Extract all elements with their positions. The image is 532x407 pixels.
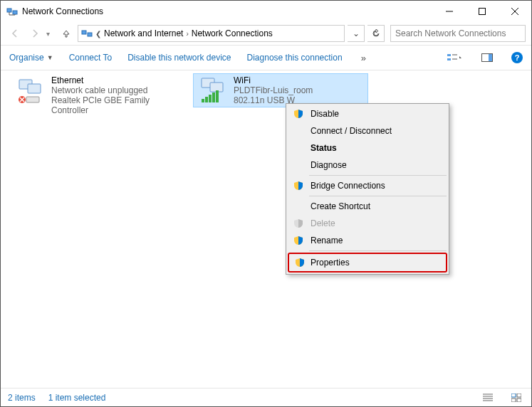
menu-separator (309, 250, 447, 251)
ethernet-icon (11, 74, 51, 107)
svg-rect-36 (511, 398, 516, 402)
titlebar: Network Connections (1, 1, 531, 22)
view-options-button[interactable] (446, 51, 463, 65)
svg-rect-29 (216, 90, 219, 102)
wifi-icon (194, 74, 234, 107)
disable-device-button[interactable]: Disable this network device (127, 53, 231, 63)
menu-delete: Delete (288, 215, 447, 232)
search-field[interactable] (390, 25, 526, 42)
svg-rect-11 (447, 54, 451, 56)
menu-separator (309, 196, 447, 196)
svg-rect-27 (209, 95, 212, 102)
svg-rect-1 (13, 11, 17, 14)
menu-properties[interactable]: Properties (288, 253, 447, 273)
preview-pane-button[interactable] (479, 51, 496, 65)
menu-diagnose[interactable]: Diagnose (288, 157, 447, 174)
network-app-icon (6, 6, 18, 17)
shield-icon (293, 218, 303, 228)
menu-bridge[interactable]: Bridge Connections (288, 177, 447, 194)
help-button[interactable]: ? (511, 52, 523, 63)
adapter-device: Realtek PCIe GBE Family Controller (51, 95, 185, 115)
menu-disable[interactable]: Disable (288, 105, 447, 122)
shield-icon (293, 181, 303, 191)
window-title: Network Connections (22, 6, 433, 16)
icons-view-button[interactable] (508, 391, 524, 404)
organise-menu[interactable]: Organise ▼ (9, 53, 53, 63)
shield-icon (295, 258, 305, 268)
forward-button[interactable] (26, 25, 43, 42)
connect-to-button[interactable]: Connect To (69, 53, 113, 63)
context-menu: Disable Connect / Disconnect Status Diag… (286, 103, 449, 275)
adapter-status: PLDTFibr-Luis_room (234, 85, 367, 95)
svg-rect-16 (489, 54, 492, 61)
shield-icon (293, 109, 303, 119)
svg-rect-34 (511, 393, 516, 397)
adapter-status: Network cable unplugged (51, 85, 185, 95)
item-count: 2 items (8, 393, 36, 403)
breadcrumb-segment[interactable]: Network Connections (192, 28, 273, 38)
adapter-name: Ethernet (51, 75, 185, 85)
details-view-button[interactable] (480, 391, 496, 404)
adapter-wifi[interactable]: WiFi PLDTFibr-Luis_room 802.11n USB W (193, 73, 368, 107)
maximize-button[interactable] (466, 1, 499, 22)
svg-rect-0 (7, 9, 11, 12)
breadcrumb-segment[interactable]: Network and Internet (104, 28, 183, 38)
shield-icon (293, 236, 303, 245)
svg-rect-10 (88, 33, 92, 36)
diagnose-button[interactable]: Diagnose this connection (247, 53, 343, 63)
chevron-right-icon[interactable]: › (186, 30, 188, 38)
menu-rename[interactable]: Rename (288, 232, 447, 249)
svg-rect-19 (26, 97, 39, 102)
svg-rect-26 (205, 97, 208, 102)
menu-connect[interactable]: Connect / Disconnect (288, 122, 447, 139)
menu-shortcut[interactable]: Create Shortcut (288, 198, 447, 215)
address-dropdown[interactable]: ⌄ (348, 25, 365, 42)
breadcrumb[interactable]: ❮ Network and Internet › Network Connect… (78, 25, 345, 42)
svg-rect-37 (517, 398, 521, 402)
svg-rect-35 (517, 393, 521, 397)
svg-rect-25 (202, 99, 204, 102)
close-button[interactable] (499, 1, 531, 22)
adapter-name: WiFi (234, 75, 367, 85)
overflow-button[interactable]: » (361, 53, 366, 63)
svg-rect-12 (447, 58, 451, 60)
up-button[interactable] (58, 25, 75, 42)
address-bar: ▾ ❮ Network and Internet › Network Conne… (1, 22, 531, 45)
svg-rect-9 (82, 31, 86, 34)
adapter-ethernet[interactable]: Ethernet Network cable unplugged Realtek… (11, 73, 186, 107)
menu-status[interactable]: Status (288, 139, 447, 157)
refresh-button[interactable] (367, 25, 385, 42)
recent-locations-button[interactable]: ▾ (46, 30, 55, 38)
selection-count: 1 item selected (48, 393, 106, 403)
status-bar: 2 items 1 item selected (1, 388, 531, 406)
adapter-list: Ethernet Network cable unplugged Realtek… (1, 70, 531, 384)
svg-rect-6 (479, 9, 486, 15)
menu-separator (309, 175, 447, 176)
svg-rect-18 (28, 84, 41, 93)
svg-rect-28 (212, 92, 215, 102)
network-path-icon (81, 28, 93, 39)
back-button[interactable] (6, 25, 24, 42)
command-bar: Organise ▼ Connect To Disable this netwo… (1, 46, 531, 70)
chevron-right-icon[interactable]: ❮ (95, 30, 101, 38)
search-input[interactable] (395, 28, 521, 38)
minimize-button[interactable] (433, 1, 466, 22)
